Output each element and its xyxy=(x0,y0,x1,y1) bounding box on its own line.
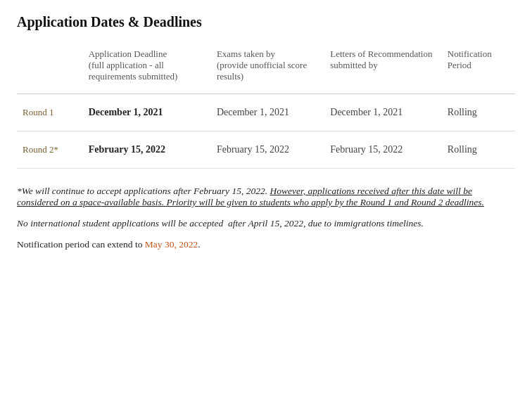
page-title: Application Dates & Deadlines xyxy=(17,14,515,30)
rolling-footnote: *We will continue to accept applications… xyxy=(17,186,515,208)
exams-header-line2: (provide unofficial score results) xyxy=(217,60,307,82)
deadline-header-line1: Application Deadline xyxy=(89,49,167,59)
round-1-letters: December 1, 2021 xyxy=(324,94,442,131)
round-1-exams: December 1, 2021 xyxy=(211,94,324,131)
international-footnote: No international student applications wi… xyxy=(17,218,515,229)
notification-suffix: . xyxy=(198,239,200,250)
exams-header-line1: Exams taken by xyxy=(217,49,275,59)
round-2-deadline: February 15, 2022 xyxy=(83,131,211,169)
notification-prefix: Notification period can extend to xyxy=(17,239,145,250)
letters-header-line1: Letters of Recommendation submitted by xyxy=(330,49,432,70)
round-1-label: Round 1 xyxy=(17,94,83,131)
rolling-footnote-normal: *We will continue to accept applications… xyxy=(17,186,270,196)
notification-footnote: Notification period can extend to May 30… xyxy=(17,239,515,250)
col-header-deadline: Application Deadline (full application -… xyxy=(83,44,211,94)
international-footnote-text: No international student applications wi… xyxy=(17,218,424,228)
round-2-notification: Rolling xyxy=(442,131,515,169)
col-header-letters: Letters of Recommendation submitted by xyxy=(324,44,442,94)
col-header-notification: Notification Period xyxy=(442,44,515,94)
table-row: Round 1 December 1, 2021 December 1, 202… xyxy=(17,94,515,131)
round-2-label: Round 2* xyxy=(17,131,83,169)
deadline-header-line2: (full application - all requirements sub… xyxy=(89,60,178,82)
table-row: Round 2* February 15, 2022 February 15, … xyxy=(17,131,515,169)
round-1-notification: Rolling xyxy=(442,94,515,131)
round-2-letters: February 15, 2022 xyxy=(324,131,442,169)
deadlines-table: Application Deadline (full application -… xyxy=(17,44,515,169)
col-header-round xyxy=(17,44,83,94)
round-2-exams: February 15, 2022 xyxy=(211,131,324,169)
notification-header: Notification Period xyxy=(448,49,492,70)
footnotes-section: *We will continue to accept applications… xyxy=(17,186,515,250)
notification-date: May 30, 2022 xyxy=(145,239,198,250)
round-1-deadline: December 1, 2021 xyxy=(83,94,211,131)
col-header-exams: Exams taken by (provide unofficial score… xyxy=(211,44,324,94)
